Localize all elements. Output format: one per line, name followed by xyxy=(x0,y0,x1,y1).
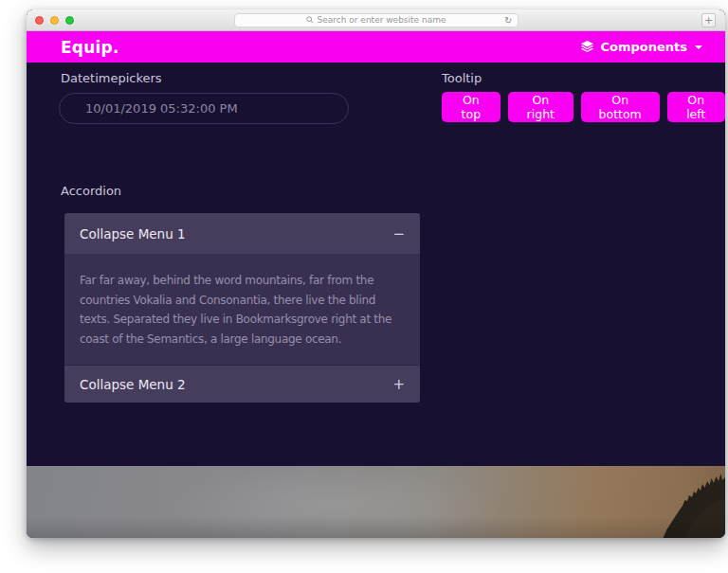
accordion-item-2-header[interactable]: Collapse Menu 2 + xyxy=(64,365,420,403)
accordion-item-1-body: Far far away, behind the word mountains,… xyxy=(64,254,420,365)
reload-icon[interactable]: ↻ xyxy=(504,14,512,27)
accordion-heading: Accordion xyxy=(61,184,121,198)
datetimepickers-heading: Datetimepickers xyxy=(61,71,162,85)
site-navbar: Equip. Components xyxy=(27,31,725,63)
tooltip-on-top-button[interactable]: On top xyxy=(442,92,500,122)
browser-titlebar: Search or enter website name ↻ + xyxy=(27,9,725,31)
accordion-item-1-header[interactable]: Collapse Menu 1 − xyxy=(64,213,420,254)
tooltip-on-bottom-button[interactable]: On bottom xyxy=(581,92,660,122)
components-menu[interactable]: Components xyxy=(580,40,702,54)
caret-down-icon xyxy=(695,45,702,49)
accordion-item-2-title: Collapse Menu 2 xyxy=(80,377,186,392)
page-content: Datetimepickers Tooltip On top On right … xyxy=(27,63,725,466)
tooltip-on-right-button[interactable]: On right xyxy=(508,92,573,122)
new-tab-button[interactable]: + xyxy=(701,13,716,27)
tooltip-heading: Tooltip xyxy=(442,71,482,85)
datetime-input[interactable] xyxy=(59,93,349,124)
tooltip-buttons: On top On right On bottom On left xyxy=(442,92,725,122)
accordion-item-1-title: Collapse Menu 1 xyxy=(80,226,186,242)
footer-photo xyxy=(27,466,725,538)
browser-window: Search or enter website name ↻ + Equip. … xyxy=(27,9,725,538)
minimize-window-button[interactable] xyxy=(50,16,59,25)
close-window-button[interactable] xyxy=(35,16,44,25)
cliff-silhouette xyxy=(619,466,725,538)
search-icon xyxy=(306,16,314,24)
expand-plus-icon: + xyxy=(392,376,405,393)
address-bar[interactable]: Search or enter website name ↻ xyxy=(234,13,519,27)
collapse-minus-icon: − xyxy=(392,225,405,242)
window-controls xyxy=(35,9,74,30)
brand-logo[interactable]: Equip. xyxy=(61,38,119,57)
address-bar-placeholder: Search or enter website name xyxy=(318,15,446,25)
layers-icon xyxy=(580,40,594,54)
tooltip-on-left-button[interactable]: On left xyxy=(667,92,726,122)
zoom-window-button[interactable] xyxy=(65,16,74,25)
accordion: Collapse Menu 1 − Far far away, behind t… xyxy=(64,213,420,403)
components-menu-label: Components xyxy=(600,40,687,54)
